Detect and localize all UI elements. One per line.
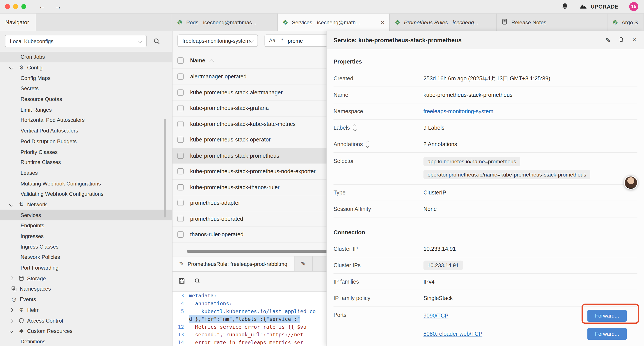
line-number: 3 (172, 292, 189, 300)
row-checkbox[interactable] (177, 153, 184, 159)
kubeconfig-select[interactable]: Local Kubeconfigs (5, 35, 146, 47)
expand-toggle-icon[interactable] (354, 125, 356, 131)
chevron-down-icon (9, 203, 13, 207)
window-zoom-button[interactable] (21, 4, 26, 9)
navigator-sidebar: Local Kubeconfigs Cron Jobs ⚙ Config Con… (0, 31, 172, 346)
forward-button[interactable]: → (54, 3, 62, 10)
sidebar-item-config[interactable]: ⚙ Config (0, 62, 172, 73)
sidebar-item-mutating-webhook-configurations[interactable]: Mutating Webhook Configurations (0, 178, 172, 189)
sidebar-item-vertical-pod-autoscalers[interactable]: Vertical Pod Autoscalers (0, 125, 172, 136)
property-row-selector: Selector app.kubernetes.io/name=promethe… (334, 153, 638, 185)
row-checkbox[interactable] (177, 137, 184, 143)
sidebar-item-endpoints[interactable]: Endpoints (0, 220, 172, 231)
sidebar-item-limit-ranges[interactable]: Limit Ranges (0, 104, 172, 115)
drawer-body: Properties Created 253d 16h 6m ago (2025… (327, 49, 644, 343)
port-link[interactable]: 9090/TCP (424, 313, 448, 319)
save-button[interactable] (178, 278, 185, 286)
sidebar-item-config-maps[interactable]: Config Maps (0, 73, 172, 83)
kubernetes-icon: ☸ (177, 19, 182, 25)
drawer-header: Service: kube-prometheus-stack-prometheu… (327, 31, 644, 49)
sidebar-item-services[interactable]: Services (0, 210, 172, 220)
delete-icon[interactable] (618, 36, 624, 44)
sidebar-item-priority-classes[interactable]: Priority Classes (0, 146, 172, 157)
edit-icon[interactable]: ✎ (606, 37, 611, 43)
dock-tab-prometheusrule[interactable]: ✎ PrometheusRule: freeleaps-prod-rabbitm… (172, 256, 294, 271)
tab-prometheus-rules[interactable]: ☸ Prometheus Rules - icecheng... (390, 13, 496, 31)
tab-services[interactable]: ☸ Services - icecheng@math... × (278, 13, 390, 31)
property-row-annotations: Annotations 2 Annotations (334, 136, 638, 153)
forward-button[interactable]: Forward... (587, 328, 627, 340)
kubernetes-icon: ☸ (395, 19, 400, 25)
name-column-header[interactable]: Name (190, 57, 206, 63)
sidebar-item-events[interactable]: ◷ Events (0, 294, 172, 305)
sidebar-item-definitions[interactable]: Definitions (0, 336, 172, 346)
tabstrip-filler (36, 13, 172, 31)
clock-icon: ◷ (10, 297, 18, 302)
namespace-link[interactable]: freeleaps-monitoring-system (424, 108, 494, 114)
select-all-checkbox[interactable] (177, 57, 184, 63)
row-checkbox[interactable] (177, 121, 184, 127)
code-line: metadata: (189, 292, 217, 300)
notifications-bell-icon[interactable] (562, 2, 568, 10)
sidebar-search-icon[interactable] (153, 37, 160, 44)
chevron-down-icon (249, 38, 254, 42)
sidebar-item-ingress-classes[interactable]: Ingress Classes (0, 241, 172, 252)
sidebar-item-ingresses[interactable]: Ingresses (0, 231, 172, 241)
line-number (172, 315, 189, 323)
sidebar-item-storage[interactable]: Storage (0, 273, 172, 284)
code-line: annotations: (189, 300, 232, 308)
expand-toggle-icon[interactable] (366, 141, 369, 147)
upgrade-button[interactable]: UPGRADE (579, 3, 618, 10)
sidebar-item-custom-resources[interactable]: ✱ Custom Resources (0, 326, 172, 336)
sidebar-item-pod-disruption-budgets[interactable]: Pod Disruption Budgets (0, 136, 172, 146)
row-checkbox[interactable] (177, 74, 184, 80)
sidebar-item-resource-quotas[interactable]: Resource Quotas (0, 94, 172, 104)
tab-argo[interactable]: ☸ Argo S (608, 13, 644, 31)
pencil-icon: ✎ (179, 261, 184, 267)
sidebar-item-network[interactable]: ⇅ Network (0, 199, 172, 210)
dock-tab-stub[interactable]: ✎ (294, 256, 313, 271)
row-checkbox[interactable] (177, 168, 184, 175)
window-minimize-button[interactable] (13, 4, 18, 9)
notification-count-badge[interactable]: 15 (629, 2, 638, 11)
port-link[interactable]: 8080:reloader-web/TCP (424, 331, 482, 337)
back-button[interactable]: ← (38, 3, 46, 10)
row-checkbox[interactable] (177, 232, 184, 238)
user-avatar[interactable] (624, 176, 638, 190)
editor-search-button[interactable] (194, 278, 200, 285)
row-checkbox[interactable] (177, 184, 184, 190)
tab-release-notes[interactable]: Release Notes (496, 13, 608, 31)
row-checkbox[interactable] (177, 216, 184, 222)
sidebar-item-network-policies[interactable]: Network Policies (0, 252, 172, 263)
row-checkbox[interactable] (177, 89, 184, 95)
regex-toggle[interactable]: .* (280, 38, 284, 43)
forward-button[interactable]: Forward... (587, 310, 627, 322)
match-case-toggle[interactable]: Aa (269, 38, 275, 43)
namespace-select[interactable]: freeleaps-monitoring-system (177, 34, 258, 47)
sidebar-item-runtime-classes[interactable]: Runtime Classes (0, 157, 172, 168)
tab-pods[interactable]: ☸ Pods - icecheng@mathmas... (172, 13, 278, 31)
shield-icon (17, 317, 26, 324)
row-checkbox[interactable] (177, 105, 184, 111)
property-row-name: Name kube-prometheus-stack-prometheus (334, 87, 638, 103)
sidebar-scrollbar[interactable] (164, 119, 166, 217)
kubernetes-icon: ☸ (282, 19, 288, 25)
line-number: 5 (172, 307, 189, 315)
close-icon[interactable]: × (632, 36, 637, 44)
sidebar-item-namespaces[interactable]: Namespaces (0, 284, 172, 294)
sort-ascending-icon[interactable] (210, 59, 214, 64)
sidebar-item-secrets[interactable]: Secrets (0, 83, 172, 94)
chevron-down-icon (9, 65, 13, 70)
window-close-button[interactable] (5, 4, 10, 9)
tab-close-icon[interactable]: × (378, 19, 384, 26)
sidebar-item-horizontal-pod-autoscalers[interactable]: Horizontal Pod Autoscalers (0, 115, 172, 125)
sidebar-item-validating-webhook-configurations[interactable]: Validating Webhook Configurations (0, 189, 172, 199)
sidebar-item-port-forwarding[interactable]: Port Forwarding (0, 263, 172, 273)
sidebar-item-access-control[interactable]: Access Control (0, 315, 172, 326)
row-checkbox[interactable] (177, 200, 184, 206)
connection-row-cluster-ips: Cluster IPs 10.233.14.91 (334, 257, 638, 274)
sidebar-item-cron-jobs[interactable]: Cron Jobs (0, 52, 172, 62)
sidebar-item-leases[interactable]: Leases (0, 168, 172, 178)
sidebar-item-helm[interactable]: ☸ Helm (0, 305, 172, 315)
code-line-selected: d"},"for":"nm","labels":{"service":" (189, 315, 300, 323)
